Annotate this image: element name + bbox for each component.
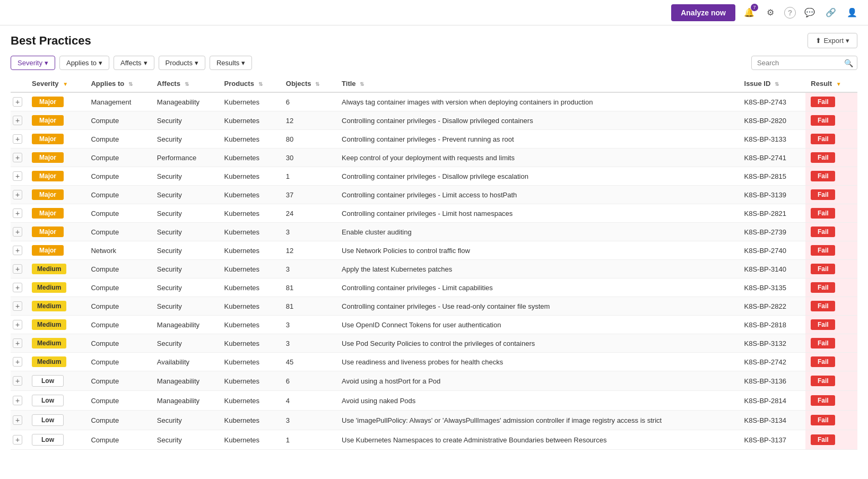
settings-icon[interactable]: ⚙ xyxy=(763,5,778,20)
issue-id-cell: K8S-BP-2741 xyxy=(739,149,806,167)
link-icon[interactable]: 🔗 xyxy=(823,5,838,20)
result-badge: Fail xyxy=(811,134,835,144)
result-cell: Fail xyxy=(805,297,857,316)
result-badge: Fail xyxy=(811,356,835,367)
title-cell: Controlling container privileges - Limit… xyxy=(336,186,739,204)
expand-cell: + xyxy=(11,241,27,260)
result-cell: Fail xyxy=(805,92,857,111)
export-button[interactable]: ⬆ Export ▾ xyxy=(808,33,857,48)
table-row: + Low Compute Manageability Kubernetes 6… xyxy=(11,371,857,391)
title-cell: Use Kubernetes Namespaces to create Admi… xyxy=(336,430,739,450)
severity-cell: Low xyxy=(27,411,85,430)
expand-button[interactable]: + xyxy=(13,283,22,292)
table-row: + Medium Compute Security Kubernetes 81 … xyxy=(11,278,857,297)
objects-cell: 3 xyxy=(281,316,336,334)
expand-button[interactable]: + xyxy=(13,153,22,162)
results-filter-button[interactable]: Results ▾ xyxy=(210,56,252,70)
result-badge: Fail xyxy=(811,97,835,107)
expand-cell: + xyxy=(11,371,27,391)
expand-button[interactable]: + xyxy=(13,338,22,348)
expand-button[interactable]: + xyxy=(13,357,22,367)
products-cell: Kubernetes xyxy=(219,149,281,167)
issue-id-cell: K8S-BP-2743 xyxy=(739,92,806,111)
affects-filter-button[interactable]: Affects ▾ xyxy=(114,56,154,70)
severity-cell: Major xyxy=(27,130,85,149)
title-cell: Always tag container images with version… xyxy=(336,92,739,111)
result-col-header[interactable]: Result ▼ xyxy=(805,75,857,92)
objects-col-header[interactable]: Objects ⇅ xyxy=(281,75,336,92)
severity-badge: Medium xyxy=(32,319,66,330)
analyze-now-button[interactable]: Analyze now xyxy=(671,4,735,21)
expand-button[interactable]: + xyxy=(13,134,22,144)
expand-button[interactable]: + xyxy=(13,97,22,107)
severity-badge: Medium xyxy=(32,301,66,311)
products-cell: Kubernetes xyxy=(219,260,281,278)
applies-to-filter-button[interactable]: Applies to ▾ xyxy=(59,56,109,70)
applies-to-cell: Network xyxy=(85,241,151,260)
applies-to-cell: Compute xyxy=(85,186,151,204)
affects-col-header[interactable]: Affects ⇅ xyxy=(152,75,219,92)
objects-cell: 45 xyxy=(281,353,336,371)
expand-button[interactable]: + xyxy=(13,208,22,218)
table-row: + Major Compute Security Kubernetes 37 C… xyxy=(11,186,857,204)
issue-id-cell: K8S-BP-3140 xyxy=(739,260,806,278)
result-badge: Fail xyxy=(811,282,835,293)
expand-button[interactable]: + xyxy=(13,246,22,255)
products-filter-button[interactable]: Products ▾ xyxy=(159,56,205,70)
expand-button[interactable]: + xyxy=(13,415,22,425)
expand-button[interactable]: + xyxy=(13,396,22,405)
severity-col-header[interactable]: Severity ▼ xyxy=(27,75,85,92)
title-cell: Controlling container privileges - Limit… xyxy=(336,204,739,223)
issue-id-col-header[interactable]: Issue ID ⇅ xyxy=(739,75,806,92)
table-row: + Major Management Manageability Kuberne… xyxy=(11,92,857,111)
expand-button[interactable]: + xyxy=(13,320,22,329)
user-icon[interactable]: 👤 xyxy=(845,5,860,20)
objects-cell: 24 xyxy=(281,204,336,223)
severity-cell: Medium xyxy=(27,316,85,334)
table-row: + Low Compute Manageability Kubernetes 4… xyxy=(11,391,857,411)
products-cell: Kubernetes xyxy=(219,186,281,204)
severity-cell: Major xyxy=(27,167,85,186)
result-cell: Fail xyxy=(805,391,857,411)
title-col-header[interactable]: Title ⇅ xyxy=(336,75,739,92)
severity-badge: Major xyxy=(32,134,64,144)
chat-icon[interactable]: 💬 xyxy=(802,5,817,20)
expand-button[interactable]: + xyxy=(13,116,22,125)
expand-button[interactable]: + xyxy=(13,264,22,274)
severity-chevron-icon: ▾ xyxy=(45,59,48,67)
severity-badge: Major xyxy=(32,227,64,237)
expand-button[interactable]: + xyxy=(13,435,22,445)
best-practices-table: Severity ▼ Applies to ⇅ Affects ⇅ Produc… xyxy=(11,75,857,450)
expand-button[interactable]: + xyxy=(13,376,22,386)
result-cell: Fail xyxy=(805,334,857,353)
products-chevron-icon: ▾ xyxy=(195,59,198,67)
expand-button[interactable]: + xyxy=(13,171,22,181)
affects-sort-icon: ⇅ xyxy=(185,81,189,87)
title-cell: Enable cluster auditing xyxy=(336,223,739,241)
applies-to-cell: Compute xyxy=(85,430,151,450)
objects-cell: 30 xyxy=(281,149,336,167)
title-cell: Avoid using a hostPort for a Pod xyxy=(336,371,739,391)
severity-filter-button[interactable]: Severity ▾ xyxy=(11,56,55,70)
expand-button[interactable]: + xyxy=(13,301,22,311)
affects-cell: Manageability xyxy=(152,92,219,111)
result-cell: Fail xyxy=(805,260,857,278)
expand-button[interactable]: + xyxy=(13,227,22,237)
expand-button[interactable]: + xyxy=(13,190,22,199)
severity-cell: Medium xyxy=(27,353,85,371)
applies-to-col-header[interactable]: Applies to ⇅ xyxy=(85,75,151,92)
table-row: + Major Compute Security Kubernetes 12 C… xyxy=(11,111,857,130)
result-badge: Fail xyxy=(811,189,835,200)
help-icon[interactable]: ? xyxy=(784,7,796,19)
title-cell: Avoid using naked Pods xyxy=(336,391,739,411)
products-cell: Kubernetes xyxy=(219,371,281,391)
objects-cell: 80 xyxy=(281,130,336,149)
applies-to-cell: Compute xyxy=(85,353,151,371)
expand-cell: + xyxy=(11,411,27,430)
search-input[interactable] xyxy=(751,56,857,70)
affects-cell: Security xyxy=(152,186,219,204)
severity-cell: Major xyxy=(27,241,85,260)
notification-icon[interactable]: 🔔 7 xyxy=(742,5,757,20)
products-col-header[interactable]: Products ⇅ xyxy=(219,75,281,92)
affects-cell: Security xyxy=(152,278,219,297)
